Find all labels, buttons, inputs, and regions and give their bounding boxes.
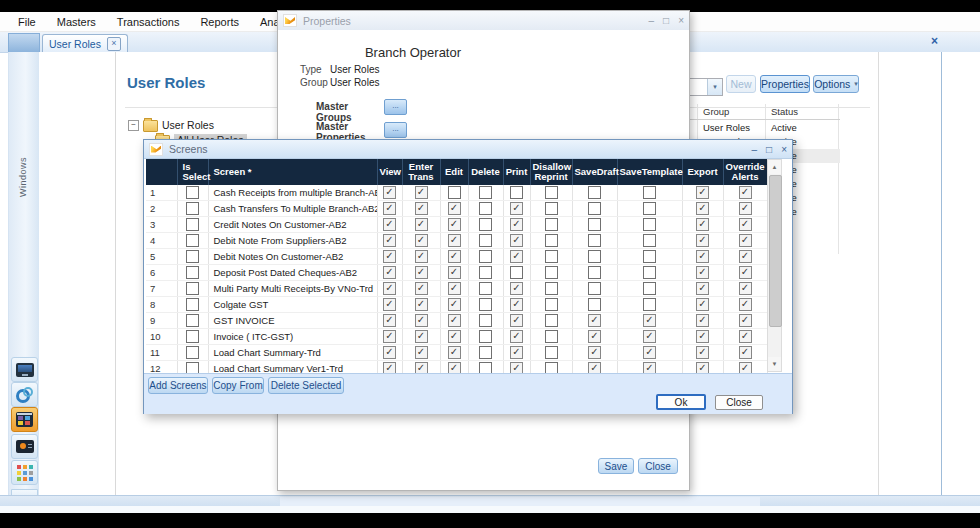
- permission-cell[interactable]: [617, 265, 682, 281]
- permission-cell[interactable]: [572, 265, 617, 281]
- column-savedraft[interactable]: SaveDraft: [572, 159, 617, 185]
- scrollbar-thumb[interactable]: [769, 175, 782, 327]
- permission-checkbox[interactable]: [545, 234, 558, 247]
- is-select-cell[interactable]: [177, 233, 208, 249]
- permission-checkbox[interactable]: [415, 202, 428, 215]
- permission-cell[interactable]: [617, 313, 682, 329]
- permission-checkbox[interactable]: [448, 314, 461, 327]
- screens-dialog-titlebar[interactable]: Screens – □ ×: [144, 140, 792, 159]
- is-select-cell[interactable]: [177, 329, 208, 345]
- copy-from-button[interactable]: Copy From: [212, 377, 264, 394]
- permission-checkbox[interactable]: [448, 186, 461, 199]
- permission-checkbox[interactable]: [588, 250, 601, 263]
- column-print[interactable]: Print: [503, 159, 530, 185]
- permission-cell[interactable]: [402, 185, 440, 201]
- permission-cell[interactable]: [440, 281, 468, 297]
- permission-checkbox[interactable]: [415, 218, 428, 231]
- table-row[interactable]: 11Load Chart Summary-Trd: [146, 345, 767, 361]
- permission-cell[interactable]: [468, 345, 503, 361]
- is-select-checkbox[interactable]: [186, 362, 199, 373]
- table-row[interactable]: 3Credit Notes On Customer-AB2: [146, 217, 767, 233]
- permission-cell[interactable]: [377, 345, 402, 361]
- is-select-cell[interactable]: [177, 201, 208, 217]
- permission-cell[interactable]: [617, 329, 682, 345]
- permission-checkbox[interactable]: [545, 282, 558, 295]
- permission-cell[interactable]: [503, 345, 530, 361]
- permission-cell[interactable]: [617, 233, 682, 249]
- permission-cell[interactable]: [402, 201, 440, 217]
- maximize-icon[interactable]: □: [663, 15, 669, 26]
- permission-checkbox[interactable]: [415, 330, 428, 343]
- column-edit[interactable]: Edit: [440, 159, 468, 185]
- permission-checkbox[interactable]: [588, 266, 601, 279]
- permission-checkbox[interactable]: [415, 234, 428, 247]
- permission-cell[interactable]: [682, 201, 723, 217]
- close-icon[interactable]: ×: [678, 15, 684, 26]
- permission-checkbox[interactable]: [479, 314, 492, 327]
- permission-checkbox[interactable]: [415, 346, 428, 359]
- permission-checkbox[interactable]: [448, 346, 461, 359]
- permission-cell[interactable]: [530, 361, 572, 374]
- table-row[interactable]: 12Load Chart Summary Ver1-Trd: [146, 361, 767, 374]
- permission-cell[interactable]: [723, 265, 767, 281]
- permission-cell[interactable]: [682, 249, 723, 265]
- permission-checkbox[interactable]: [643, 346, 656, 359]
- scroll-up-icon[interactable]: ▲: [768, 160, 781, 174]
- is-select-checkbox[interactable]: [186, 186, 199, 199]
- is-select-cell[interactable]: [177, 265, 208, 281]
- is-select-cell[interactable]: [177, 297, 208, 313]
- permission-cell[interactable]: [468, 217, 503, 233]
- permission-cell[interactable]: [530, 233, 572, 249]
- permission-checkbox[interactable]: [479, 218, 492, 231]
- permission-cell[interactable]: [723, 345, 767, 361]
- permission-checkbox[interactable]: [696, 314, 709, 327]
- permission-checkbox[interactable]: [415, 266, 428, 279]
- permission-checkbox[interactable]: [545, 266, 558, 279]
- permission-cell[interactable]: [572, 249, 617, 265]
- permission-cell[interactable]: [572, 329, 617, 345]
- permission-checkbox[interactable]: [545, 250, 558, 263]
- table-row[interactable]: 10Invoice ( ITC-GST): [146, 329, 767, 345]
- permission-checkbox[interactable]: [545, 298, 558, 311]
- permission-cell[interactable]: [530, 217, 572, 233]
- permission-checkbox[interactable]: [588, 346, 601, 359]
- permission-cell[interactable]: [723, 329, 767, 345]
- permission-cell[interactable]: [440, 265, 468, 281]
- permission-cell[interactable]: [468, 201, 503, 217]
- permission-cell[interactable]: [530, 329, 572, 345]
- table-row[interactable]: 6Deposit Post Dated Cheques-AB2: [146, 265, 767, 281]
- permission-cell[interactable]: [377, 297, 402, 313]
- permission-checkbox[interactable]: [479, 234, 492, 247]
- is-select-checkbox[interactable]: [186, 234, 199, 247]
- is-select-cell[interactable]: [177, 345, 208, 361]
- permission-cell[interactable]: [723, 249, 767, 265]
- permission-checkbox[interactable]: [448, 298, 461, 311]
- permission-cell[interactable]: [377, 201, 402, 217]
- permission-checkbox[interactable]: [545, 314, 558, 327]
- permission-checkbox[interactable]: [696, 330, 709, 343]
- permission-checkbox[interactable]: [588, 234, 601, 247]
- permission-cell[interactable]: [377, 313, 402, 329]
- permission-cell[interactable]: [530, 345, 572, 361]
- permission-cell[interactable]: [377, 249, 402, 265]
- permission-cell[interactable]: [682, 281, 723, 297]
- permission-checkbox[interactable]: [383, 218, 396, 231]
- is-select-cell[interactable]: [177, 361, 208, 374]
- permission-checkbox[interactable]: [479, 250, 492, 263]
- is-select-cell[interactable]: [177, 313, 208, 329]
- permission-cell[interactable]: [468, 313, 503, 329]
- column-delete[interactable]: Delete: [468, 159, 503, 185]
- permission-checkbox[interactable]: [383, 202, 396, 215]
- permission-cell[interactable]: [572, 297, 617, 313]
- is-select-cell[interactable]: [177, 249, 208, 265]
- permission-cell[interactable]: [572, 217, 617, 233]
- permission-checkbox[interactable]: [643, 186, 656, 199]
- permission-checkbox[interactable]: [739, 234, 752, 247]
- permission-checkbox[interactable]: [739, 362, 752, 373]
- permission-checkbox[interactable]: [415, 250, 428, 263]
- menu-item-file[interactable]: File: [18, 16, 36, 28]
- permission-checkbox[interactable]: [643, 298, 656, 311]
- permission-cell[interactable]: [440, 233, 468, 249]
- permission-checkbox[interactable]: [415, 314, 428, 327]
- permission-cell[interactable]: [682, 361, 723, 374]
